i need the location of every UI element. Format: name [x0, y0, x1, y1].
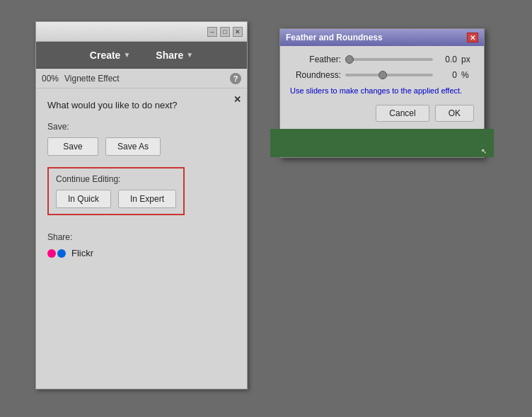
main-panel: – □ ✕ Create ▼ Share ▼ 00% Vignette Effe…	[35, 21, 248, 389]
close-button[interactable]: ✕	[233, 27, 243, 37]
dialog-hint-text: Use sliders to make changes to the appli…	[290, 86, 474, 96]
flickr-item[interactable]: Flickr	[47, 248, 236, 258]
roundness-slider-track[interactable]	[345, 74, 433, 76]
feather-label: Feather:	[290, 55, 341, 64]
roundness-slider-thumb[interactable]	[378, 71, 387, 79]
maximize-button[interactable]: □	[220, 27, 230, 37]
cancel-button[interactable]: Cancel	[376, 105, 429, 122]
title-bar-buttons: – □ ✕	[207, 27, 243, 37]
feather-slider-thumb[interactable]	[345, 55, 354, 64]
save-button[interactable]: Save	[47, 137, 98, 156]
save-section: Save: Save Save As	[47, 122, 236, 156]
roundness-label: Roundness:	[290, 70, 341, 80]
roundness-row: Roundness: 0 %	[290, 70, 474, 80]
question-text: What would you like to do next?	[47, 100, 236, 110]
dialog-close-button[interactable]: ✕	[467, 33, 478, 42]
feather-slider-track[interactable]	[345, 58, 433, 61]
save-buttons-row: Save Save As	[47, 137, 236, 156]
feather-roundness-dialog: Feather and Roundness ✕ Feather: 0.0 px …	[279, 28, 485, 158]
panel-content: ✕ What would you like to do next? Save: …	[36, 88, 247, 267]
flickr-pink-dot	[47, 249, 56, 258]
in-expert-button[interactable]: In Expert	[118, 190, 176, 208]
flickr-blue-dot	[57, 249, 66, 258]
zoom-label: 00%	[42, 74, 59, 84]
ok-button[interactable]: OK	[435, 105, 474, 122]
share-arrow-icon: ▼	[186, 51, 193, 59]
share-section: Share: Flickr	[47, 232, 236, 258]
dialog-title: Feather and Roundness	[286, 33, 383, 42]
title-bar: – □ ✕	[36, 22, 247, 42]
feather-unit: px	[461, 55, 474, 64]
flickr-icon	[47, 249, 66, 258]
feather-row: Feather: 0.0 px	[290, 55, 474, 64]
continue-editing-label: Continue Editing:	[56, 174, 176, 184]
in-quick-button[interactable]: In Quick	[56, 190, 111, 208]
save-section-label: Save:	[47, 122, 236, 132]
roundness-value: 0	[437, 70, 457, 80]
feather-value: 0.0	[437, 55, 457, 64]
dialog-body: Feather: 0.0 px Roundness: 0 % Use slide…	[280, 46, 484, 129]
create-nav-button[interactable]: Create ▼	[84, 47, 137, 64]
help-icon[interactable]: ?	[230, 73, 241, 84]
cursor-indicator: ↖	[481, 147, 487, 156]
continue-buttons-row: In Quick In Expert	[56, 190, 176, 208]
nav-bar: Create ▼ Share ▼	[36, 42, 247, 69]
panel-close-icon[interactable]: ✕	[233, 94, 241, 105]
dialog-title-bar: Feather and Roundness ✕	[280, 29, 484, 46]
share-section-label: Share:	[47, 232, 236, 242]
save-as-button[interactable]: Save As	[105, 137, 161, 156]
flickr-label: Flickr	[71, 248, 93, 258]
share-label: Share	[156, 50, 183, 61]
create-arrow-icon: ▼	[123, 51, 130, 59]
dialog-buttons: Cancel OK	[290, 105, 474, 122]
continue-editing-section: Continue Editing: In Quick In Expert	[47, 167, 185, 215]
minimize-button[interactable]: –	[207, 27, 217, 37]
share-nav-button[interactable]: Share ▼	[150, 47, 199, 64]
effect-label: Vignette Effect	[64, 74, 224, 84]
toolbar-bar: 00% Vignette Effect ?	[36, 69, 247, 88]
create-label: Create	[90, 50, 121, 61]
roundness-unit: %	[461, 70, 474, 80]
dialog-image-area: ↖	[270, 129, 494, 157]
